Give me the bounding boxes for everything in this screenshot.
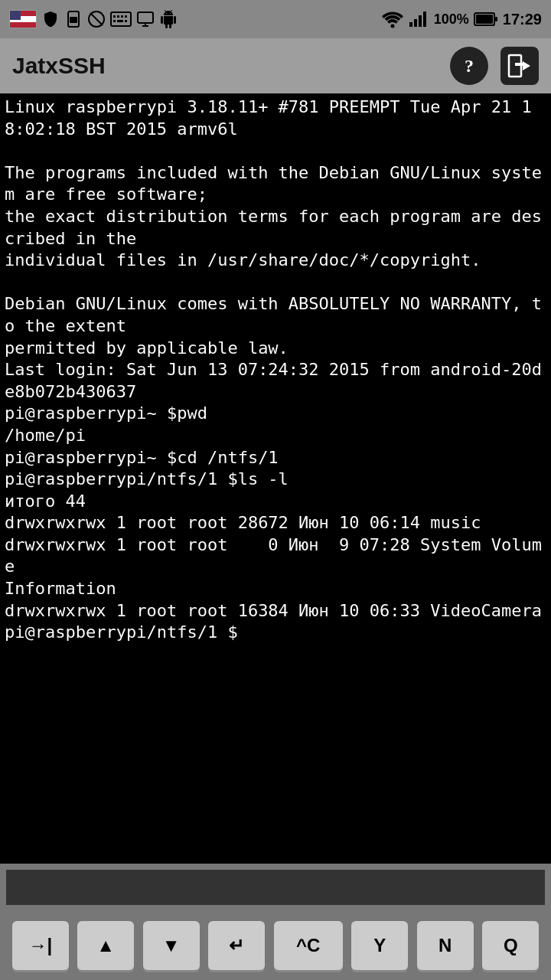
y-button[interactable]: Y (351, 921, 408, 970)
exit-button[interactable] (500, 47, 539, 85)
svg-rect-21 (476, 15, 493, 24)
monitor-icon (136, 10, 155, 28)
help-button[interactable]: ? (450, 47, 488, 85)
wifi-icon (382, 10, 403, 28)
time-display: 17:29 (503, 11, 542, 28)
header-actions: ? (450, 47, 539, 85)
svg-rect-7 (121, 15, 123, 18)
ctrl-c-button[interactable]: ^C (274, 921, 343, 970)
svg-rect-8 (125, 15, 127, 18)
enter-button[interactable]: ↵ (208, 921, 265, 970)
terminal-input[interactable] (6, 870, 545, 905)
signal-icon (408, 10, 429, 28)
svg-point-15 (390, 24, 394, 28)
terminal-text: Linux raspberrypi 3.18.11+ #781 PREEMPT … (5, 96, 546, 644)
svg-rect-22 (495, 17, 497, 21)
tab-button[interactable]: →| (12, 921, 69, 970)
svg-rect-17 (414, 19, 417, 27)
q-button[interactable]: Q (482, 921, 539, 970)
svg-line-3 (90, 13, 103, 25)
svg-rect-9 (113, 20, 116, 22)
shield-icon (41, 10, 60, 28)
battery-icon (474, 11, 498, 27)
svg-rect-18 (419, 15, 422, 27)
svg-rect-6 (117, 15, 119, 18)
svg-rect-5 (113, 15, 116, 18)
svg-rect-19 (423, 11, 426, 27)
svg-rect-10 (117, 20, 123, 22)
flag-icon (9, 10, 37, 28)
arrow-down-button[interactable]: ▼ (143, 921, 200, 970)
battery-text: 100% (434, 11, 469, 28)
sim-icon (64, 10, 83, 28)
svg-rect-1 (70, 17, 77, 23)
exit-icon (506, 52, 533, 80)
keyboard-icon (110, 11, 132, 27)
terminal-output: Linux raspberrypi 3.18.11+ #781 PREEMPT … (0, 93, 551, 864)
bottom-toolbar: →| ▲ ▼ ↵ ^C Y N Q (0, 911, 551, 980)
status-left (9, 10, 178, 28)
n-button[interactable]: N (417, 921, 474, 970)
svg-rect-12 (138, 12, 153, 23)
input-area (0, 864, 551, 911)
app-title: JatxSSH (12, 53, 106, 79)
arrow-up-button[interactable]: ▲ (77, 921, 134, 970)
status-bar: 100% 17:29 (0, 0, 551, 38)
android-icon (159, 10, 178, 28)
svg-rect-11 (125, 20, 127, 22)
app-header: JatxSSH ? (0, 38, 551, 93)
svg-rect-4 (111, 12, 131, 26)
no-entry-icon (87, 10, 106, 28)
status-right: 100% 17:29 (382, 10, 542, 28)
svg-rect-16 (409, 22, 412, 27)
